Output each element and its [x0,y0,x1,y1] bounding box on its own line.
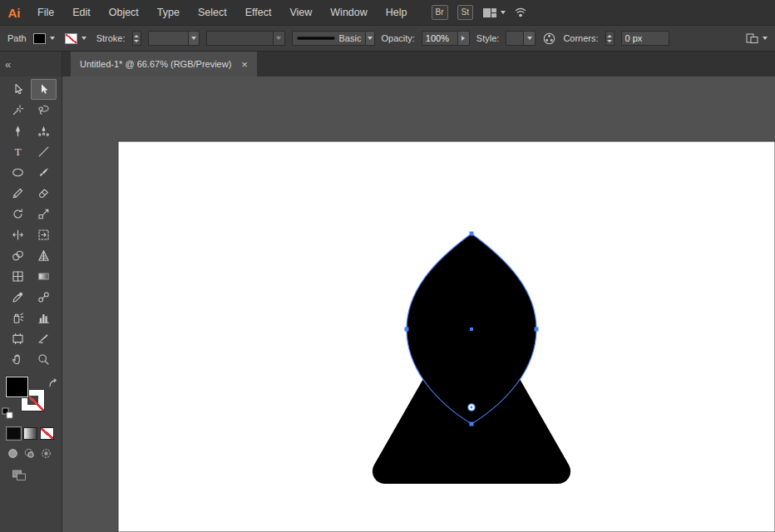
menu-view[interactable]: View [280,0,321,25]
recolor-artwork-icon[interactable] [542,32,556,46]
draw-inside-icon[interactable] [40,447,52,460]
zoom-tool[interactable] [31,349,57,370]
stroke-weight-input[interactable] [149,31,188,46]
collapse-panel-button[interactable]: « [5,58,11,71]
lasso-tool[interactable] [31,100,57,121]
menu-select[interactable]: Select [189,0,236,25]
stroke-color-dropdown[interactable] [79,32,90,45]
slice-tool[interactable] [31,328,57,349]
corners-label: Corners: [563,33,598,43]
paint-mode-row [7,427,62,440]
canvas-pasteboard[interactable] [62,76,775,532]
mesh-tool[interactable] [5,266,31,287]
gradient-tool[interactable] [31,266,57,287]
opacity-label[interactable]: Opacity: [382,33,415,43]
pencil-tool-icon [11,186,25,200]
color-mode-icon[interactable] [7,427,21,440]
width-tool[interactable] [5,224,31,245]
fill-color-control[interactable] [33,32,58,45]
draw-behind-icon[interactable] [23,447,36,460]
stepper-down-icon[interactable] [607,40,612,42]
chevron-down-icon [50,37,55,40]
shape-center-point[interactable] [470,328,473,331]
swap-fill-stroke-icon[interactable] [47,377,58,388]
menu-object[interactable]: Object [100,0,148,25]
column-graph-tool[interactable] [31,308,57,328]
menu-edit[interactable]: Edit [63,0,100,25]
stock-button[interactable]: St [457,5,473,20]
perspective-grid-tool[interactable] [31,245,57,266]
rotate-tool[interactable] [5,204,31,224]
bridge-button[interactable]: Br [432,5,448,20]
brush-definition-dropdown[interactable]: Basic [292,31,375,46]
menu-file[interactable]: File [28,0,63,25]
eyedropper-tool[interactable] [5,287,31,308]
anchor-right[interactable] [535,328,539,332]
paintbrush-tool[interactable] [31,162,57,183]
stroke-color-control[interactable] [65,32,90,45]
menu-type[interactable]: Type [148,0,189,25]
canvas-viewport[interactable] [62,76,775,532]
shape-builder-tool[interactable] [5,245,31,266]
stroke-color-swatch[interactable] [65,33,77,44]
stepper-up-icon[interactable] [134,35,139,37]
type-tool[interactable]: T [5,141,31,162]
anchor-top[interactable] [470,232,474,236]
none-mode-icon[interactable] [40,427,54,440]
document-area: Untitled-1* @ 66.67% (RGB/Preview) × [62,52,775,532]
gradient-mode-icon[interactable] [23,427,37,440]
selection-tool[interactable] [31,79,57,100]
line-segment-tool[interactable] [31,141,57,162]
illustrator-window: Ai File Edit Object Type Select Effect V… [0,0,775,532]
corners-stepper[interactable] [605,31,615,46]
chevron-down-icon [81,37,86,40]
stroke-weight-combo[interactable] [148,31,200,46]
ellipse-tool[interactable] [5,162,31,183]
stepper-down-icon[interactable] [134,40,139,42]
tab-close-icon[interactable]: × [241,59,248,70]
fill-color-swatch[interactable] [33,33,46,44]
magic-wand-tool[interactable] [5,100,31,121]
brush-dropdown-arrow[interactable] [365,32,373,45]
menu-effect[interactable]: Effect [236,0,281,25]
anchor-bottom[interactable] [470,422,474,426]
pencil-tool[interactable] [5,183,31,204]
opacity-dropdown[interactable] [457,32,469,45]
free-transform-tool-icon [37,228,51,242]
eraser-tool[interactable] [31,183,57,204]
draw-normal-icon[interactable] [7,447,19,460]
app-logo: Ai [0,6,28,20]
symbol-sprayer-tool[interactable] [5,308,31,328]
opacity-combo[interactable] [422,31,470,46]
pen-tool[interactable] [5,121,31,141]
fill-color-dropdown[interactable] [47,32,58,45]
arrange-documents-control[interactable] [745,32,768,45]
artboard-tool[interactable] [5,328,31,349]
default-fill-stroke-icon[interactable] [2,407,13,419]
corners-input[interactable] [621,31,669,46]
hand-tool[interactable] [5,349,31,370]
free-transform-tool[interactable] [31,224,57,245]
menu-window[interactable]: Window [321,0,376,25]
stroke-weight-dropdown[interactable] [188,32,199,45]
opacity-input[interactable] [422,31,457,46]
menu-help[interactable]: Help [377,0,417,25]
screen-mode-icon[interactable] [12,468,27,481]
paintbrush-tool-icon [37,165,51,180]
document-tab[interactable]: Untitled-1* @ 66.67% (RGB/Preview) × [71,52,257,76]
stroke-weight-stepper[interactable] [132,31,141,46]
basic-brush-stroke-icon [297,35,335,42]
direct-selection-tool[interactable] [5,79,31,100]
scale-tool[interactable] [31,204,57,224]
anchor-left[interactable] [405,328,409,332]
blend-tool[interactable] [31,287,57,308]
chevron-down-icon [276,37,281,40]
fill-swatch[interactable] [6,377,28,397]
chevron-down-icon [763,37,768,40]
graphic-style-dropdown[interactable] [506,31,536,46]
share-screen-icon[interactable] [515,7,528,18]
workspace-switcher[interactable] [482,7,506,18]
eyedropper-tool-icon [11,290,25,304]
stepper-up-icon[interactable] [607,35,612,37]
curvature-tool[interactable] [31,121,57,141]
